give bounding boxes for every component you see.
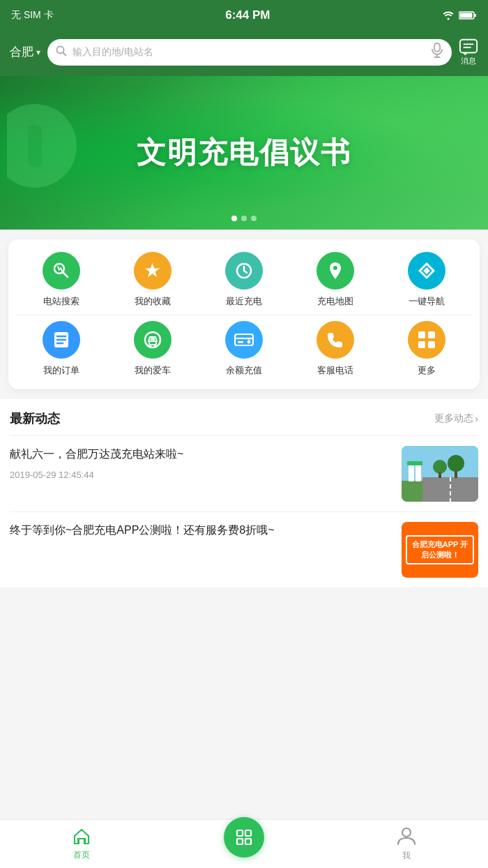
status-bar: 无 SIM 卡 6:44 PM (0, 0, 488, 31)
menu-item-topup[interactable]: 余额充值 (198, 321, 289, 377)
wifi-icon (442, 10, 455, 20)
person-icon (397, 826, 416, 847)
menu-item-more[interactable]: 更多 (381, 321, 473, 377)
mic-icon[interactable] (431, 43, 443, 61)
svg-rect-49 (237, 839, 243, 844)
message-label: 消息 (461, 56, 476, 66)
svg-point-51 (402, 828, 411, 837)
more-news-label: 更多动态 (434, 412, 473, 425)
tab-scan[interactable] (162, 831, 325, 858)
support-icon (317, 321, 354, 359)
recent-label: 最近充电 (226, 295, 262, 308)
tab-home-label: 首页 (73, 849, 90, 861)
news-image-2: 合肥充电APP 开启公测啦！ (402, 522, 478, 578)
svg-point-26 (153, 344, 155, 346)
more-news-button[interactable]: 更多动态 › (434, 412, 478, 425)
svg-rect-46 (455, 471, 457, 478)
menu-divider (15, 315, 473, 315)
bottom-spacer (0, 588, 488, 643)
scan-icon (234, 827, 254, 848)
svg-rect-40 (409, 463, 414, 481)
menu-item-search-station[interactable]: 电站搜索 (15, 252, 107, 308)
menu-item-recent[interactable]: 最近充电 (198, 252, 289, 308)
menu-item-map[interactable]: 充电地图 (290, 252, 381, 308)
news-headline-2: 终于等到你~合肥充电APP公测啦！还有服务费8折哦~ (10, 522, 392, 539)
svg-point-31 (247, 341, 250, 343)
search-station-icon (43, 252, 80, 290)
promo-text: 合肥充电APP 开启公测啦！ (406, 535, 474, 565)
svg-point-16 (333, 266, 337, 270)
tab-me-label: 我 (402, 850, 411, 862)
news-header: 最新动态 更多动态 › (10, 399, 478, 435)
more-label: 更多 (418, 364, 436, 377)
news-thumb-1 (402, 446, 478, 502)
news-text-1: 献礼六一，合肥万达茂充电站来啦~ 2019-05-29 12:45:44 (10, 446, 392, 480)
scan-button[interactable] (224, 817, 264, 858)
favorites-icon: ★ (134, 252, 171, 290)
status-time: 6:44 PM (225, 8, 270, 22)
topup-icon (225, 321, 263, 359)
svg-rect-5 (434, 43, 440, 52)
more-icon (408, 321, 445, 359)
header: 合肥 ▾ 输入目的地/电站名 消息 (0, 31, 488, 76)
menu-item-navigate[interactable]: 一键导航 (381, 252, 473, 308)
topup-label: 余额充值 (226, 364, 262, 377)
search-placeholder: 输入目的地/电站名 (73, 46, 425, 59)
message-icon (459, 38, 478, 57)
svg-rect-32 (418, 331, 425, 338)
map-icon (317, 252, 354, 290)
menu-item-favorites[interactable]: ★ 我的收藏 (107, 252, 198, 308)
banner-title: 文明充电倡议书 (137, 133, 351, 172)
svg-rect-12 (28, 125, 42, 167)
svg-line-4 (63, 52, 66, 55)
news-item-1[interactable]: 献礼六一，合肥万达茂充电站来啦~ 2019-05-29 12:45:44 (10, 435, 478, 511)
location-button[interactable]: 合肥 ▾ (10, 44, 40, 60)
svg-rect-8 (460, 40, 477, 53)
svg-point-43 (433, 460, 447, 474)
my-car-label: 我的爱车 (135, 364, 171, 377)
search-icon (56, 45, 67, 59)
svg-rect-33 (428, 331, 435, 338)
menu-row-1: 电站搜索 ★ 我的收藏 最近充电 (15, 252, 473, 308)
status-icons (442, 10, 477, 20)
map-label: 充电地图 (317, 295, 353, 308)
chevron-down-icon: ▾ (36, 47, 40, 57)
banner[interactable]: 文明充电倡议书 (0, 76, 488, 230)
menu-item-support[interactable]: 客服电话 (290, 321, 381, 377)
orders-icon (43, 321, 80, 359)
news-image-1 (402, 446, 478, 502)
menu-item-orders[interactable]: 我的订单 (15, 321, 107, 377)
svg-rect-34 (418, 341, 425, 348)
news-section-title: 最新动态 (10, 410, 60, 427)
svg-rect-2 (459, 13, 472, 18)
menu-item-my-car[interactable]: 我的爱车 (107, 321, 198, 377)
banner-dots (231, 216, 257, 221)
support-label: 客服电话 (317, 364, 353, 377)
tab-me[interactable]: 我 (326, 826, 488, 862)
recent-icon (225, 252, 263, 290)
svg-rect-41 (415, 463, 421, 481)
navigate-icon (408, 252, 445, 290)
news-item-2[interactable]: 终于等到你~合肥充电APP公测啦！还有服务费8折哦~ 合肥充电APP 开启公测啦… (10, 511, 478, 588)
tab-home[interactable]: 首页 (0, 827, 162, 861)
svg-rect-47 (237, 830, 243, 836)
battery-icon (459, 10, 477, 20)
search-bar[interactable]: 输入目的地/电站名 (47, 39, 452, 66)
home-icon (72, 827, 91, 846)
news-text-2: 终于等到你~合肥充电APP公测啦！还有服务费8折哦~ (10, 522, 392, 546)
svg-rect-35 (428, 341, 435, 348)
message-button[interactable]: 消息 (459, 38, 478, 66)
tab-bar: 首页 我 (0, 819, 488, 868)
quick-menu-card: 电站搜索 ★ 我的收藏 最近充电 (8, 239, 480, 389)
status-sim: 无 SIM 卡 (11, 9, 54, 22)
banner-decoration (7, 90, 91, 216)
orders-label: 我的订单 (43, 364, 79, 377)
news-section: 最新动态 更多动态 › 献礼六一，合肥万达茂充电站来啦~ 2019-05-29 … (0, 399, 488, 588)
news-date-1: 2019-05-29 12:45:44 (10, 470, 392, 480)
svg-line-14 (63, 273, 68, 278)
svg-rect-27 (151, 338, 155, 341)
more-news-chevron: › (475, 413, 478, 424)
news-headline-1: 献礼六一，合肥万达茂充电站来啦~ (10, 446, 392, 463)
svg-rect-28 (235, 334, 253, 345)
svg-point-25 (149, 344, 151, 346)
